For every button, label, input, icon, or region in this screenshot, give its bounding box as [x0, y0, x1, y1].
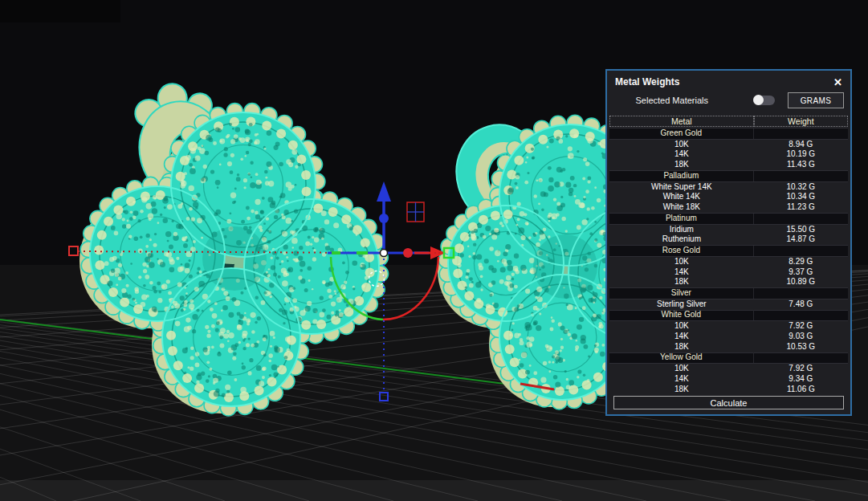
weight-value: 9.34 G: [754, 374, 848, 385]
metal-item-row[interactable]: 14K10.19 G: [609, 149, 848, 160]
metal-label: Palladium: [609, 171, 754, 181]
metal-item-row[interactable]: 10K7.92 G: [609, 364, 848, 374]
metal-item-row[interactable]: Sterling Silver7.48 G: [609, 299, 848, 310]
metal-label: 18K: [609, 277, 754, 287]
weight-value: 7.92 G: [754, 364, 848, 374]
metal-label: Yellow Gold: [609, 352, 754, 363]
metal-item-row[interactable]: 14K9.03 G: [609, 332, 848, 342]
metal-category-row[interactable]: Platinum: [609, 213, 848, 225]
metal-label: 18K: [609, 160, 754, 170]
weight-value: 10.34 G: [754, 192, 848, 202]
metal-label: 14K: [609, 332, 754, 342]
metal-label: 14K: [609, 149, 754, 160]
metal-category-row[interactable]: Yellow Gold: [609, 352, 848, 365]
gizmo-center-point[interactable]: [381, 250, 388, 257]
weight-value: 8.29 G: [754, 257, 848, 267]
selected-materials-toggle[interactable]: [753, 96, 775, 105]
metal-label: Sterling Silver: [609, 299, 754, 310]
weight-value: 9.03 G: [754, 332, 848, 342]
weight-value: 11.23 G: [754, 202, 848, 213]
metal-label: White Super 14K: [609, 182, 754, 193]
metal-item-row[interactable]: 18K11.43 G: [609, 160, 848, 170]
metal-weights-panel: Metal Weights ✕ Selected Materials GRAMS…: [605, 69, 852, 416]
metal-item-row[interactable]: 10K7.92 G: [609, 321, 848, 332]
metal-category-row[interactable]: Green Gold: [609, 128, 848, 140]
weight-value: 10.89 G: [754, 277, 848, 287]
metal-label: 18K: [609, 385, 754, 395]
metal-label: 14K: [609, 374, 754, 385]
metal-label: 10K: [609, 321, 754, 332]
panel-controls: Selected Materials GRAMS: [607, 90, 850, 116]
weight-column-header[interactable]: Weight: [754, 116, 848, 127]
selected-materials-label: Selected Materials: [636, 96, 709, 105]
panel-footer: Calculate: [607, 395, 850, 417]
metal-label: 10K: [609, 364, 754, 374]
weight-value: 9.37 G: [754, 267, 848, 278]
metal-item-row[interactable]: 10K8.29 G: [609, 257, 848, 267]
metal-label: Platinum: [609, 214, 754, 224]
weight-value: 8.94 G: [754, 140, 848, 150]
weight-value: 10.32 G: [754, 182, 848, 193]
metal-item-row[interactable]: 14K9.34 G: [609, 374, 848, 385]
metal-category-row[interactable]: Palladium: [609, 170, 848, 182]
metal-item-row[interactable]: White 18K11.23 G: [609, 202, 848, 213]
gizmo-red-knob[interactable]: [403, 248, 413, 258]
toggle-knob: [753, 95, 764, 105]
panel-title: Metal Weights: [615, 76, 679, 88]
metal-column-header[interactable]: Metal: [609, 116, 754, 127]
metal-item-row[interactable]: White Super 14K10.32 G: [609, 182, 848, 193]
metal-item-row[interactable]: 18K10.89 G: [609, 277, 848, 287]
metal-label: White 14K: [609, 192, 754, 202]
metal-item-row[interactable]: 10K8.94 G: [609, 140, 848, 150]
weight-value: 10.19 G: [754, 149, 848, 160]
metal-category-row[interactable]: Silver: [609, 287, 848, 299]
gizmo-blue-knob[interactable]: [379, 214, 389, 223]
table-header-row: Metal Weight: [607, 116, 850, 127]
metal-category-row[interactable]: White Gold: [609, 310, 848, 322]
metal-label: 10K: [609, 257, 754, 267]
metal-item-row[interactable]: 18K11.06 G: [609, 385, 848, 395]
metal-label: Rose Gold: [609, 246, 754, 256]
viewport-corner-shade: [0, 0, 120, 22]
weight-value: 11.43 G: [754, 160, 848, 170]
metal-item-row[interactable]: Iridium15.50 G: [609, 225, 848, 235]
metal-label: White Gold: [609, 310, 754, 320]
metal-category-row[interactable]: Rose Gold: [609, 245, 848, 257]
metal-label: 18K: [609, 342, 754, 352]
metal-item-row[interactable]: White 14K10.34 G: [609, 192, 848, 202]
weight-value: 11.06 G: [754, 385, 848, 395]
metal-item-row[interactable]: Ruthenium14.87 G: [609, 234, 848, 245]
metal-weights-table: Green Gold10K8.94 G14K10.19 G18K11.43 GP…: [607, 128, 850, 395]
metal-label: White 18K: [609, 202, 754, 213]
weight-value: 14.87 G: [754, 234, 848, 245]
weight-value: 15.50 G: [754, 225, 848, 235]
panel-header: Metal Weights ✕: [607, 71, 850, 90]
weight-value: 7.92 G: [754, 321, 848, 332]
metal-label: Silver: [609, 288, 754, 299]
metal-label: Ruthenium: [609, 234, 754, 245]
weight-value: 10.53 G: [754, 342, 848, 352]
units-button[interactable]: GRAMS: [788, 92, 844, 108]
metal-label: 10K: [609, 140, 754, 150]
calculate-button[interactable]: Calculate: [613, 396, 844, 409]
metal-label: Iridium: [609, 225, 754, 235]
metal-label: Green Gold: [609, 128, 754, 139]
close-icon[interactable]: ✕: [833, 77, 842, 88]
metal-label: 14K: [609, 267, 754, 278]
weight-value: 7.48 G: [754, 299, 848, 310]
metal-item-row[interactable]: 14K9.37 G: [609, 267, 848, 278]
metal-item-row[interactable]: 18K10.53 G: [609, 342, 848, 352]
